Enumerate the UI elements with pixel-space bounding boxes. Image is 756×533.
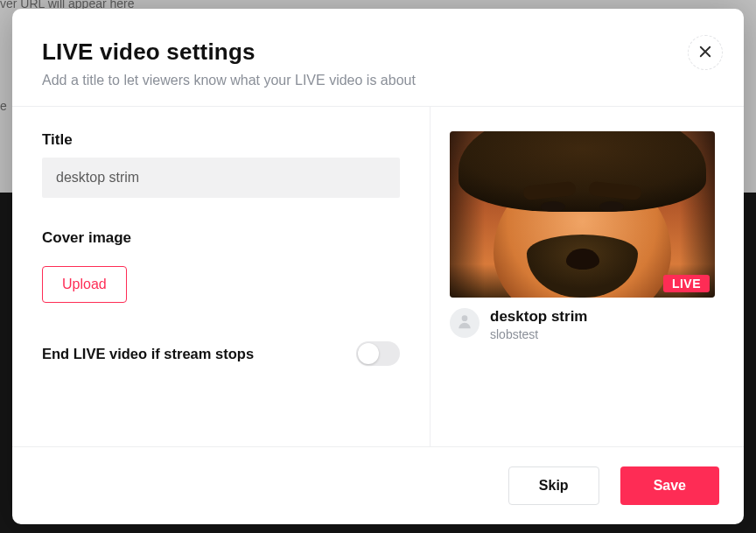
title-input[interactable] [42,158,400,198]
preview-username: slobstest [490,327,587,341]
modal-title: LIVE video settings [42,39,714,66]
modal-header: LIVE video settings Add a title to let v… [12,9,744,106]
skip-button[interactable]: Skip [508,466,599,505]
user-icon [456,312,473,333]
end-stream-toggle[interactable] [356,341,400,366]
title-label: Title [42,131,400,149]
preview-meta: desktop strim slobstest [450,308,724,341]
close-icon [697,44,713,62]
close-button[interactable] [688,35,723,70]
cover-preview-image: LIVE [450,131,715,298]
end-stream-label: End LIVE video if stream stops [42,346,254,362]
modal-footer: Skip Save [12,446,744,524]
toggle-knob [358,343,379,364]
svg-point-0 [462,315,468,321]
cover-image-label: Cover image [42,229,400,247]
upload-button[interactable]: Upload [42,266,127,303]
preview-column: LIVE desktop strim slobstest [430,107,744,446]
modal-subtitle: Add a title to let viewers know what you… [42,73,714,88]
save-button[interactable]: Save [620,466,719,505]
modal-body: Title Cover image Upload End LIVE video … [12,107,744,446]
background-stray-text: e [0,99,7,113]
preview-card: LIVE desktop strim slobstest [450,131,724,341]
preview-title: desktop strim [490,308,587,326]
settings-column: Title Cover image Upload End LIVE video … [12,107,430,446]
end-stream-row: End LIVE video if stream stops [42,341,400,366]
avatar [450,308,480,338]
live-badge: LIVE [663,275,710,292]
live-settings-modal: LIVE video settings Add a title to let v… [12,9,744,524]
